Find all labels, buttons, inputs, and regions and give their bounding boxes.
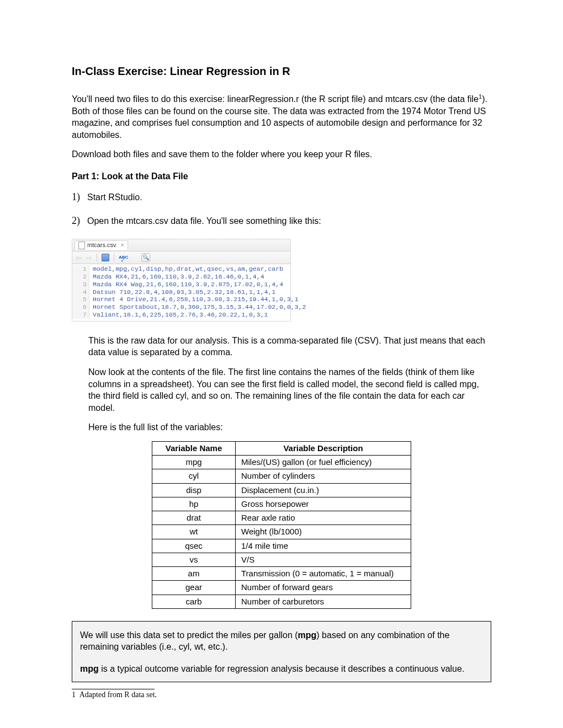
code-line: 3Mazda RX4 Wag,21,6,160,110,3.9,2.875,17…: [72, 281, 290, 288]
table-row: qsec1/4 mile time: [152, 539, 411, 553]
var-desc-cell: 1/4 mile time: [236, 539, 411, 553]
line-number: 7: [72, 311, 89, 319]
var-name-cell: disp: [152, 483, 236, 497]
document-icon: [78, 242, 85, 249]
table-row: gearNumber of forward gears: [152, 581, 411, 595]
back-icon[interactable]: ⇦: [76, 254, 82, 261]
table-row: mpgMiles/(US) gallon (or fuel efficiency…: [152, 456, 411, 469]
var-name-cell: mpg: [152, 456, 236, 469]
var-name-cell: am: [152, 567, 236, 581]
rstudio-tabbar: mtcars.csv ×: [72, 239, 290, 251]
code-line: 4Datsun 710,22.8,4,108,93,3.85,2.32,18.6…: [72, 288, 290, 296]
step-2-number: 2): [72, 215, 87, 227]
code-text: Hornet Sportabout,18.7,8,360,175,3.15,3.…: [89, 303, 306, 311]
line-number: 1: [72, 265, 89, 273]
table-row: dratRear axle ratio: [152, 511, 411, 525]
var-desc-cell: Number of carburetors: [236, 595, 411, 608]
table-header-name: Variable Name: [152, 441, 236, 455]
var-desc-cell: Number of cylinders: [236, 469, 411, 483]
code-line: 2Mazda RX4,21,6,160,110,3.9,2.62,16.46,0…: [72, 273, 290, 281]
table-row: hpGross horsepower: [152, 497, 411, 511]
intro-paragraph-2: Download both files and save them to the…: [72, 148, 491, 160]
var-desc-cell: Weight (lb/1000): [236, 525, 411, 539]
line-number: 5: [72, 296, 89, 303]
step-1: 1) Start RStudio.: [72, 191, 491, 203]
toolbar-separator: [97, 254, 97, 261]
intro-paragraph-1: You'll need two files to do this exercis…: [72, 93, 491, 141]
footnote-rule: [72, 689, 155, 689]
var-desc-cell: V/S: [236, 553, 411, 566]
variables-table: Variable Name Variable Description mpgMi…: [152, 441, 411, 609]
spellcheck-icon[interactable]: ABC: [119, 255, 128, 260]
code-line: 7Valiant,18.1,6,225,105,2.76,3.46,20.22,…: [72, 311, 290, 319]
rstudio-tab[interactable]: mtcars.csv ×: [75, 240, 128, 250]
var-desc-cell: Transmission (0 = automatic, 1 = manual): [236, 567, 411, 581]
var-desc-cell: Rear axle ratio: [236, 511, 411, 525]
part1-heading: Part 1: Look at the Data File: [72, 172, 491, 181]
var-desc-cell: Number of forward gears: [236, 581, 411, 595]
footnote-1: 1 Adapted from R data set.: [72, 690, 491, 699]
table-row: carbNumber of carburetors: [152, 595, 411, 608]
step-1-text: Start RStudio.: [87, 192, 142, 202]
var-name-cell: carb: [152, 595, 236, 608]
code-line: 5Hornet 4 Drive,21.4,6,258,110,3.08,3.21…: [72, 296, 290, 303]
save-icon[interactable]: [102, 254, 109, 261]
callout-p2: mpg is a typical outcome variable for re…: [80, 663, 483, 675]
var-name-cell: drat: [152, 511, 236, 525]
forward-icon[interactable]: ⇨: [86, 254, 92, 261]
after-screenshot-p3: Here is the full list of the variables:: [88, 421, 491, 433]
close-icon[interactable]: ×: [121, 242, 124, 249]
footnote-number: 1: [72, 690, 76, 699]
line-number: 4: [72, 288, 89, 296]
var-name-cell: wt: [152, 525, 236, 539]
var-name-cell: vs: [152, 553, 236, 566]
page-title: In-Class Exercise: Linear Regression in …: [72, 65, 491, 78]
table-header-row: Variable Name Variable Description: [152, 441, 411, 455]
table-row: wtWeight (lb/1000): [152, 525, 411, 539]
code-text: Mazda RX4 Wag,21,6,160,110,3.9,2.875,17.…: [89, 281, 283, 288]
step-1-number: 1): [72, 191, 87, 203]
var-name-cell: cyl: [152, 469, 236, 483]
step-2-text: Open the mtcars.csv data file. You'll se…: [87, 216, 321, 226]
callout-p1-bold: mpg: [298, 630, 317, 640]
callout-p2-rest: is a typical outcome variable for regres…: [99, 664, 465, 673]
table-row: cylNumber of cylinders: [152, 469, 411, 483]
code-text: Valiant,18.1,6,225,105,2.76,3.46,20.22,1…: [89, 311, 268, 319]
intro-text-a: You'll need two files to do this exercis…: [72, 94, 479, 104]
table-row: vsV/S: [152, 553, 411, 566]
var-name-cell: gear: [152, 581, 236, 595]
rstudio-screenshot: mtcars.csv × ⇦ ⇨ ABC 🔍 1model,mpg,cyl,di…: [72, 239, 291, 322]
callout-p2-bold: mpg: [80, 664, 99, 673]
toolbar-separator: [114, 254, 114, 261]
step-2: 2) Open the mtcars.csv data file. You'll…: [72, 215, 491, 227]
code-line: 6Hornet Sportabout,18.7,8,360,175,3.15,3…: [72, 303, 290, 311]
table-header-desc: Variable Description: [236, 441, 411, 455]
after-screenshot-p1: This is the raw data for our analysis. T…: [88, 335, 491, 358]
var-name-cell: qsec: [152, 539, 236, 553]
line-number: 3: [72, 281, 89, 288]
var-desc-cell: Miles/(US) gallon (or fuel efficiency): [236, 456, 411, 469]
table-row: amTransmission (0 = automatic, 1 = manua…: [152, 567, 411, 581]
var-name-cell: hp: [152, 497, 236, 511]
code-line: 1model,mpg,cyl,disp,hp,drat,wt,qsec,vs,a…: [72, 265, 290, 273]
rstudio-code-area: 1model,mpg,cyl,disp,hp,drat,wt,qsec,vs,a…: [72, 264, 290, 321]
line-number: 6: [72, 303, 89, 311]
rstudio-toolbar: ⇦ ⇨ ABC 🔍: [72, 251, 290, 264]
var-desc-cell: Gross horsepower: [236, 497, 411, 511]
rstudio-tab-label: mtcars.csv: [87, 242, 116, 249]
callout-p1: We will use this data set to predict the…: [80, 629, 483, 653]
code-text: Mazda RX4,21,6,160,110,3.9,2.62,16.46,0,…: [89, 273, 264, 281]
search-icon[interactable]: 🔍: [141, 253, 150, 262]
code-text: Datsun 710,22.8,4,108,93,3.85,2.32,18.61…: [89, 288, 275, 296]
code-text: model,mpg,cyl,disp,hp,drat,wt,qsec,vs,am…: [89, 265, 283, 273]
table-row: dispDisplacement (cu.in.): [152, 483, 411, 497]
callout-p1-a: We will use this data set to predict the…: [80, 630, 298, 640]
code-text: Hornet 4 Drive,21.4,6,258,110,3.08,3.215…: [89, 296, 299, 303]
callout-box: We will use this data set to predict the…: [72, 621, 491, 682]
var-desc-cell: Displacement (cu.in.): [236, 483, 411, 497]
line-number: 2: [72, 273, 89, 281]
after-screenshot-p2: Now look at the contents of the file. Th…: [88, 366, 491, 414]
footnote-text: Adapted from R data set.: [78, 690, 157, 699]
